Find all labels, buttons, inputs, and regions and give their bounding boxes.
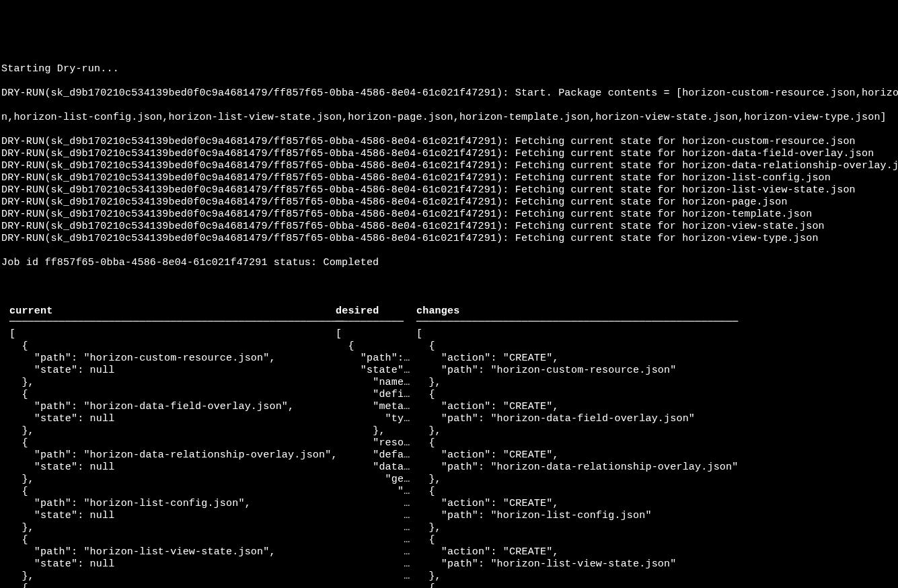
column-current-rule: ────────────────────────────────────────… (9, 318, 336, 327)
log-fetch-line: DRY-RUN(sk_d9b170210c534139bed0f0c9a4681… (1, 172, 897, 184)
column-changes: changes ────────────────────────────────… (416, 305, 733, 588)
terminal-log: Starting Dry-run... DRY-RUN(sk_d9b170210… (0, 48, 898, 281)
log-fetch-line: DRY-RUN(sk_d9b170210c534139bed0f0c9a4681… (1, 148, 897, 160)
log-fetch-lines: DRY-RUN(sk_d9b170210c534139bed0f0c9a4681… (1, 136, 897, 245)
log-fetch-line: DRY-RUN(sk_d9b170210c534139bed0f0c9a4681… (1, 184, 897, 196)
log-fetch-line: DRY-RUN(sk_d9b170210c534139bed0f0c9a4681… (1, 221, 897, 233)
log-fetch-line: DRY-RUN(sk_d9b170210c534139bed0f0c9a4681… (1, 136, 897, 148)
column-changes-body: [ { "action": "CREATE", "path": "horizon… (416, 327, 733, 589)
log-fetch-line: DRY-RUN(sk_d9b170210c534139bed0f0c9a4681… (1, 233, 897, 245)
log-fetch-line: DRY-RUN(sk_d9b170210c534139bed0f0c9a4681… (1, 160, 897, 172)
log-fetch-line: DRY-RUN(sk_d9b170210c534139bed0f0c9a4681… (1, 196, 897, 209)
column-changes-rule: ────────────────────────────────────────… (416, 318, 733, 327)
log-job-line: Job id ff857f65-0bba-4586-8e04-61c021f47… (1, 257, 897, 269)
log-wrap-line: n,horizon-list-config.json,horizon-list-… (1, 112, 897, 124)
column-current: current ────────────────────────────────… (9, 305, 336, 588)
log-starting: Starting Dry-run... (1, 63, 897, 75)
diff-columns: current ────────────────────────────────… (0, 305, 898, 588)
log-start-line: DRY-RUN(sk_d9b170210c534139bed0f0c9a4681… (1, 87, 897, 100)
column-current-body: [ { "path": "horizon-custom-resource.jso… (9, 327, 336, 589)
log-fetch-line: DRY-RUN(sk_d9b170210c534139bed0f0c9a4681… (1, 209, 897, 221)
column-desired-rule: ─────────── (336, 318, 416, 327)
column-desired-body: [ { "path":… "state"… "name… "defi… "met… (336, 327, 416, 589)
column-desired: desired ─────────── [ { "path":… "state"… (336, 305, 416, 588)
